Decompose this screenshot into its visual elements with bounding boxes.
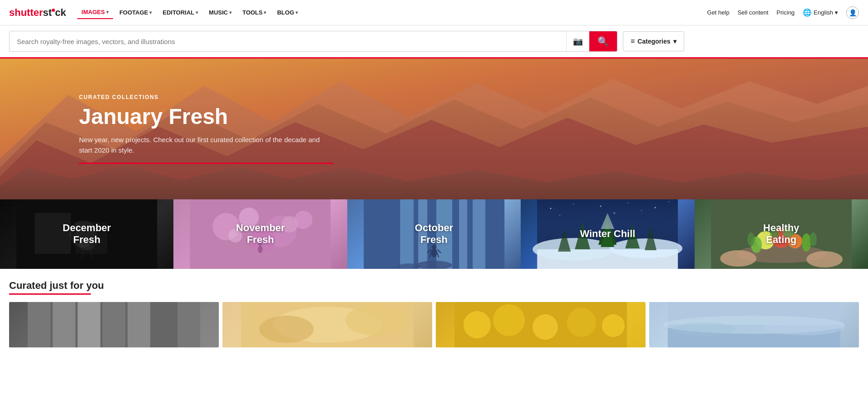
blog-chevron-icon: ▾	[296, 10, 298, 15]
language-chevron-icon: ▾	[835, 9, 838, 16]
curated-underline	[9, 293, 91, 295]
list-icon: ≡	[631, 37, 635, 45]
user-account-button[interactable]: 👤	[846, 6, 859, 19]
search-input[interactable]	[10, 31, 566, 51]
categories-chevron-icon: ▾	[673, 38, 676, 45]
curated-item-1[interactable]	[9, 302, 219, 347]
header: shutterstck IMAGES ▾ FOOTAGE ▾ EDITORIAL…	[0, 0, 868, 25]
svg-rect-29	[473, 199, 485, 269]
hero-title: January Fresh	[79, 105, 333, 129]
collection-label: CURATED COLLECTIONS	[79, 94, 333, 100]
svg-point-86	[493, 304, 525, 336]
editorial-chevron-icon: ▾	[196, 10, 198, 15]
collection-card-october[interactable]: OctoberFresh	[347, 199, 521, 269]
hero-content: CURATED COLLECTIONS January Fresh New ye…	[0, 94, 333, 164]
curated-item-2[interactable]	[222, 302, 432, 347]
svg-point-22	[258, 246, 263, 253]
header-right: Get help Sell content Pricing 🌐 English …	[707, 6, 859, 19]
collection-card-december[interactable]: DecemberFresh	[0, 199, 173, 269]
svg-point-87	[533, 314, 558, 340]
card-label-winter: Winter Chill	[580, 228, 635, 240]
nav-footage[interactable]: FOOTAGE ▾	[115, 6, 156, 19]
nav-blog[interactable]: BLOG ▾	[272, 6, 302, 19]
svg-rect-25	[400, 199, 414, 269]
collections-row: DecemberFresh NovemberFresh	[0, 199, 868, 269]
curated-grid	[9, 302, 859, 347]
images-chevron-icon: ▾	[106, 10, 108, 15]
curated-item-4-bg	[649, 302, 859, 347]
get-help-link[interactable]: Get help	[707, 9, 730, 16]
curated-title: Curated just for you	[9, 280, 859, 292]
svg-point-65	[802, 233, 811, 252]
reverse-image-search-button[interactable]: 📷	[566, 31, 589, 51]
svg-point-71	[747, 233, 755, 246]
curated-item-3-bg	[436, 302, 646, 347]
nav-music[interactable]: MUSIC ▾	[204, 6, 236, 19]
svg-point-88	[567, 308, 596, 337]
logo[interactable]: shutterstck	[9, 7, 66, 19]
card-label-december: DecemberFresh	[63, 222, 111, 246]
curated-item-2-bg	[222, 302, 432, 347]
nav-images[interactable]: IMAGES ▾	[77, 6, 113, 19]
svg-point-94	[763, 319, 845, 335]
svg-rect-77	[128, 302, 150, 347]
collection-card-winter[interactable]: Winter Chill	[521, 199, 694, 269]
search-icon: 🔍	[597, 36, 609, 47]
footage-chevron-icon: ▾	[149, 10, 152, 15]
curated-item-4[interactable]	[649, 302, 859, 347]
curated-section: Curated just for you	[0, 269, 868, 347]
collection-card-healthy[interactable]: HealthyEating	[695, 199, 868, 269]
categories-button[interactable]: ≡ Categories ▾	[623, 31, 684, 51]
curated-item-3[interactable]	[436, 302, 646, 347]
svg-point-93	[672, 322, 736, 336]
search-section: 📷 🔍 ≡ Categories ▾	[0, 25, 868, 59]
svg-point-70	[809, 233, 817, 246]
collection-card-november[interactable]: NovemberFresh	[173, 199, 347, 269]
svg-point-32	[431, 248, 437, 258]
svg-rect-79	[178, 302, 200, 347]
globe-icon: 🌐	[803, 8, 812, 17]
curated-item-1-bg	[9, 302, 219, 347]
card-label-healthy: HealthyEating	[763, 222, 799, 246]
card-label-october: OctoberFresh	[415, 222, 453, 246]
card-label-november: NovemberFresh	[236, 222, 285, 246]
user-icon: 👤	[849, 9, 857, 16]
svg-rect-75	[78, 302, 100, 347]
svg-rect-78	[153, 302, 175, 347]
nav-editorial[interactable]: EDITORIAL ▾	[158, 6, 202, 19]
sell-content-link[interactable]: Sell content	[738, 9, 769, 16]
svg-point-83	[345, 304, 409, 336]
svg-rect-28	[459, 199, 467, 269]
nav-tools[interactable]: TOOLS ▾	[238, 6, 271, 19]
svg-point-85	[464, 311, 491, 338]
hero-description: New year, new projects. Check out our fi…	[79, 135, 333, 164]
hero-banner: CURATED COLLECTIONS January Fresh New ye…	[0, 59, 868, 199]
main-nav: IMAGES ▾ FOOTAGE ▾ EDITORIAL ▾ MUSIC ▾ T…	[77, 6, 302, 19]
pricing-link[interactable]: Pricing	[777, 9, 795, 16]
camera-icon: 📷	[573, 36, 583, 46]
search-submit-button[interactable]: 🔍	[589, 31, 617, 51]
search-bar: 📷 🔍	[9, 31, 617, 52]
language-button[interactable]: 🌐 English ▾	[803, 8, 838, 17]
svg-point-82	[259, 316, 314, 343]
tools-chevron-icon: ▾	[264, 10, 266, 15]
svg-rect-74	[53, 302, 75, 347]
music-chevron-icon: ▾	[229, 10, 232, 15]
svg-rect-76	[103, 302, 125, 347]
svg-point-89	[602, 314, 625, 337]
svg-point-69	[806, 251, 843, 267]
svg-point-68	[720, 250, 756, 267]
svg-rect-73	[28, 302, 50, 347]
